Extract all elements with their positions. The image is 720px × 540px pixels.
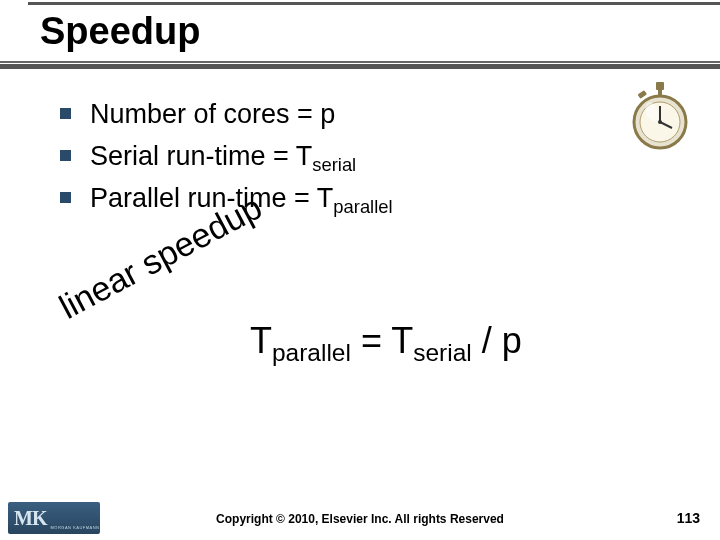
- eq-rhs-sub: serial: [413, 339, 471, 366]
- slide: Speedup Number of cores = p Serial run-t…: [0, 0, 720, 540]
- bullet-text: Number of cores = p: [90, 99, 335, 129]
- bullet-list: Number of cores = p Serial run-time = Ts…: [60, 95, 700, 221]
- eq-eq: =: [351, 320, 391, 361]
- title-area: Speedup: [0, 0, 720, 67]
- list-item: Parallel run-time = Tparallel: [60, 179, 700, 221]
- bullet-sub: parallel: [333, 196, 392, 217]
- eq-rhs-base: T: [391, 320, 413, 361]
- list-item: Number of cores = p: [60, 95, 700, 137]
- rule-top: [28, 2, 720, 5]
- page-number: 113: [677, 510, 700, 526]
- eq-tail: / p: [472, 320, 522, 361]
- logo-small-text: MORGAN KAUFMANN: [50, 526, 99, 530]
- bullet-sub: serial: [312, 154, 356, 175]
- equation: Tparallel = Tserial / p: [250, 320, 522, 367]
- eq-lhs-base: T: [250, 320, 272, 361]
- footer: M K MORGAN KAUFMANN Copyright © 2010, El…: [0, 496, 720, 540]
- content-area: Number of cores = p Serial run-time = Ts…: [0, 67, 720, 221]
- bullet-text: Serial run-time = T: [90, 141, 312, 171]
- copyright-text: Copyright © 2010, Elsevier Inc. All righ…: [0, 512, 720, 526]
- list-item: Serial run-time = Tserial: [60, 137, 700, 179]
- slide-title: Speedup: [0, 2, 720, 61]
- eq-lhs-sub: parallel: [272, 339, 351, 366]
